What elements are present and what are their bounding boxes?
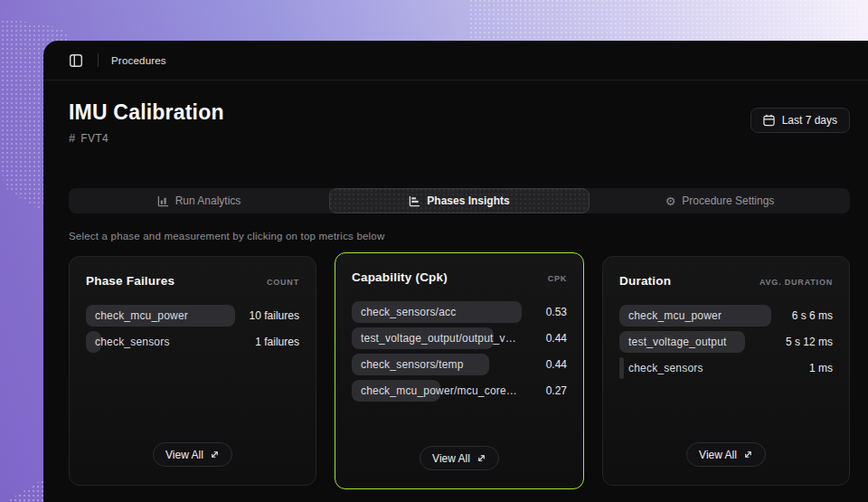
metric-row-label: check_mcu_power	[619, 309, 722, 322]
metric-row-label: check_sensors/temp	[352, 358, 464, 371]
tab-procedure-settings[interactable]: ⚙ Procedure Settings	[590, 188, 850, 213]
title-block: IMU Calibration # FVT4	[69, 100, 224, 145]
panel-left-icon	[69, 53, 83, 68]
date-range-button[interactable]: Last 7 days	[750, 108, 850, 133]
card-phase-failures[interactable]: Phase Failures COUNT check_mcu_power 10 …	[69, 256, 316, 486]
column-chart-icon	[157, 195, 169, 207]
breadcrumb[interactable]: Procedures	[111, 55, 166, 66]
view-all-button[interactable]: View All	[686, 442, 766, 467]
metric-row[interactable]: check_sensors/acc 0.53	[352, 301, 567, 323]
expand-diagonal-icon	[743, 450, 753, 459]
card-metric-label: AVG. DURATION	[760, 278, 833, 287]
main-content: IMU Calibration # FVT4 Last 7 days	[43, 81, 868, 502]
card-header: Duration AVG. DURATION	[619, 274, 833, 288]
expand-diagonal-icon	[476, 453, 486, 463]
card-rows: check_mcu_power 6 s 6 ms test_voltage_ou…	[619, 305, 833, 379]
metric-row-value: 10 failures	[250, 309, 299, 322]
card-metric-label: CPK	[548, 274, 567, 283]
metric-row-label: check_sensors/acc	[352, 306, 456, 318]
calendar-icon	[763, 114, 775, 127]
metric-row-label: test_voltage_output/output_voltage	[352, 332, 520, 345]
metric-row-value: 1 failures	[255, 336, 299, 348]
metric-row-label: check_mcu_power/mcu_core_volta...	[352, 384, 520, 397]
gear-icon: ⚙	[665, 195, 676, 207]
procedure-id: # FVT4	[69, 131, 224, 145]
metric-row[interactable]: test_voltage_output/output_voltage 0.44	[352, 327, 567, 349]
metric-row-value: 6 s 6 ms	[792, 309, 833, 322]
metric-cards: Phase Failures COUNT check_mcu_power 10 …	[69, 252, 850, 489]
card-header: Phase Failures COUNT	[86, 274, 299, 288]
metric-row[interactable]: check_sensors 1 ms	[619, 357, 833, 379]
metric-row-value: 5 s 12 ms	[786, 336, 833, 348]
app-panel: Procedures IMU Calibration # FVT4 Last 7…	[43, 41, 868, 502]
metric-row-label: check_mcu_power	[86, 309, 188, 322]
top-bar: Procedures	[43, 41, 868, 81]
metric-row-label: check_sensors	[86, 336, 170, 348]
title-row: IMU Calibration # FVT4 Last 7 days	[69, 100, 850, 145]
breadcrumb-divider	[98, 53, 99, 67]
procedure-id-label: FVT4	[80, 132, 108, 145]
metric-row[interactable]: check_mcu_power 6 s 6 ms	[619, 305, 833, 327]
sidebar-toggle-button[interactable]	[65, 50, 87, 71]
date-range-label: Last 7 days	[782, 114, 837, 127]
view-all-label: View All	[699, 449, 737, 461]
card-rows: check_mcu_power 10 failures check_sensor…	[86, 305, 299, 353]
card-footer: View All	[86, 442, 299, 467]
card-rows: check_sensors/acc 0.53 test_voltage_outp…	[352, 301, 567, 402]
card-duration[interactable]: Duration AVG. DURATION check_mcu_power 6…	[602, 256, 850, 486]
view-all-label: View All	[165, 449, 203, 461]
card-title: Capability (Cpk)	[352, 270, 448, 284]
card-metric-label: COUNT	[267, 278, 299, 287]
card-footer: View All	[352, 446, 567, 470]
metric-row[interactable]: check_sensors/temp 0.44	[352, 354, 567, 375]
metric-row[interactable]: check_mcu_power/mcu_core_volta... 0.27	[352, 380, 567, 402]
tab-run-analytics[interactable]: Run Analytics	[69, 188, 329, 213]
card-title: Phase Failures	[86, 274, 175, 288]
instruction-text: Select a phase and measurement by clicki…	[69, 231, 850, 242]
metric-row-value: 1 ms	[809, 362, 833, 374]
metric-row-label: test_voltage_output	[619, 336, 727, 348]
view-all-button[interactable]: View All	[420, 446, 499, 470]
expand-diagonal-icon	[210, 450, 220, 459]
tab-phases-insights[interactable]: Phases Insights	[329, 188, 590, 213]
view-all-label: View All	[432, 452, 470, 465]
horizontal-bar-chart-icon	[409, 195, 420, 207]
metric-row-label: check_sensors	[619, 362, 703, 374]
metric-row[interactable]: check_mcu_power 10 failures	[86, 305, 299, 327]
page-title: IMU Calibration	[69, 100, 224, 125]
backdrop-dot-texture	[470, 0, 868, 42]
view-all-button[interactable]: View All	[153, 442, 232, 467]
card-title: Duration	[619, 274, 671, 288]
hash-icon: #	[69, 131, 75, 145]
metric-row-value: 0.27	[546, 384, 567, 397]
card-header: Capability (Cpk) CPK	[352, 270, 567, 284]
metric-row[interactable]: test_voltage_output 5 s 12 ms	[619, 331, 833, 353]
card-capability-cpk[interactable]: Capability (Cpk) CPK check_sensors/acc 0…	[335, 252, 584, 489]
tab-label: Phases Insights	[427, 194, 509, 207]
metric-row[interactable]: check_sensors 1 failures	[86, 331, 299, 353]
metric-row-value: 0.44	[546, 332, 567, 345]
card-footer: View All	[619, 442, 833, 467]
metric-row-value: 0.44	[546, 358, 567, 371]
tab-bar: Run Analytics Phases Insights ⚙ Procedur…	[69, 188, 850, 213]
tab-label: Run Analytics	[175, 194, 241, 207]
metric-row-value: 0.53	[546, 306, 567, 318]
tab-label: Procedure Settings	[682, 194, 774, 207]
